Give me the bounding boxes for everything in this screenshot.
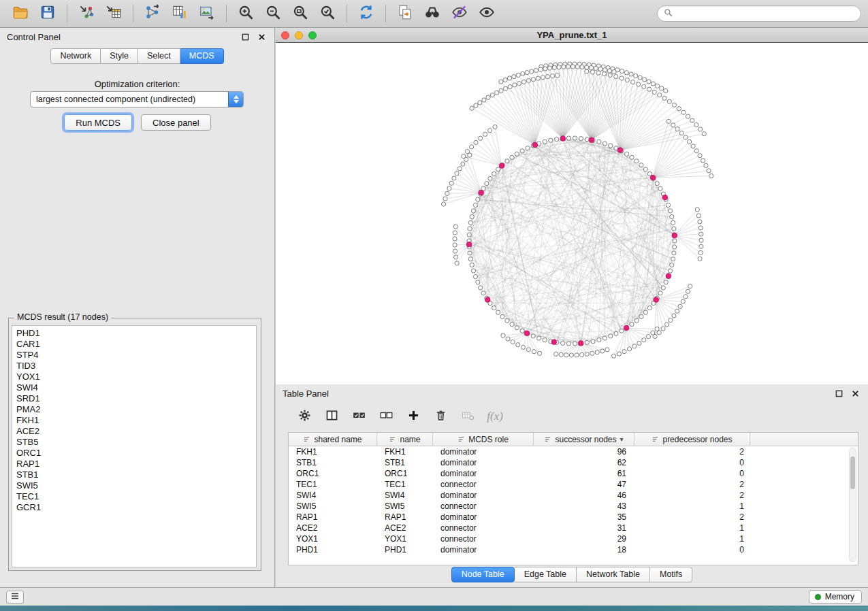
column-header-filler: [750, 433, 858, 446]
mcds-result-item[interactable]: STB1: [12, 469, 256, 480]
column-header-predecessor-nodes[interactable]: predecessor nodes: [634, 433, 750, 446]
float-button[interactable]: [833, 387, 845, 399]
import-table-button[interactable]: [100, 2, 127, 25]
optimization-criterion-label: Optimization criterion:: [0, 79, 274, 89]
node-table-header: shared name name MCDS role successor nod…: [289, 433, 858, 446]
minimize-window-icon[interactable]: [295, 31, 303, 39]
cell-succ: 61: [534, 468, 634, 479]
mcds-result-item[interactable]: PMA2: [12, 404, 256, 415]
table-row[interactable]: SWI4SWI4dominator462: [289, 490, 858, 501]
mcds-result-item[interactable]: ORC1: [12, 448, 256, 459]
scrollbar-thumb[interactable]: [850, 457, 855, 489]
first-neighbors-button[interactable]: [419, 2, 446, 25]
gear-icon: [298, 408, 312, 425]
mcds-result-list[interactable]: PHD1CAR1STP4TID3YOX1SWI4SRD1PMA2FKH1ACE2…: [12, 325, 257, 567]
network-window-titlebar[interactable]: YPA_prune.txt_1: [276, 28, 868, 43]
table-row[interactable]: TEC1TEC1connector472: [289, 479, 858, 490]
hide-selected-button[interactable]: [446, 2, 473, 25]
folder-icon: [12, 3, 29, 24]
zoom-in-button[interactable]: [232, 2, 259, 25]
mcds-result-item[interactable]: FKH1: [12, 415, 256, 426]
tab-select[interactable]: Select: [138, 48, 180, 64]
tab-edge-table[interactable]: Edge Table: [515, 567, 577, 582]
show-all-button[interactable]: [473, 2, 500, 25]
save-button[interactable]: [34, 2, 61, 25]
network-canvas[interactable]: [276, 43, 868, 384]
mcds-result-item[interactable]: RAP1: [12, 459, 256, 469]
table-panel-title: Table Panel: [283, 389, 329, 399]
close-icon[interactable]: [255, 31, 268, 43]
zoom-fit-button[interactable]: [287, 2, 314, 25]
cell-succ: 47: [534, 479, 634, 490]
tab-node-table[interactable]: Node Table: [451, 567, 515, 582]
network-share-button[interactable]: [139, 2, 166, 25]
cell-role: dominator: [433, 446, 534, 457]
table-panel: Table Panel: [276, 384, 868, 587]
mcds-result-item[interactable]: STB5: [12, 437, 256, 448]
tab-mcds[interactable]: MCDS: [180, 48, 224, 64]
mcds-result-item[interactable]: CAR1: [12, 339, 256, 350]
tab-motifs[interactable]: Motifs: [650, 567, 692, 582]
tab-style[interactable]: Style: [101, 48, 138, 64]
table-row[interactable]: SWI5SWI5connector431: [289, 501, 858, 512]
table-row[interactable]: FKH1FKH1dominator962: [289, 446, 858, 457]
table-row[interactable]: YOX1YOX1connector291: [289, 533, 858, 544]
status-menu-button[interactable]: [6, 591, 24, 604]
refresh-button[interactable]: [353, 2, 380, 25]
table-row[interactable]: ORC1ORC1dominator610: [289, 468, 858, 479]
open-file-button[interactable]: [7, 2, 34, 25]
column-header-successor-nodes[interactable]: successor nodes ▾: [534, 433, 634, 446]
mcds-result-item[interactable]: SRD1: [12, 393, 256, 404]
mcds-result-item[interactable]: ACE2: [12, 426, 256, 437]
control-panel-title: Control Panel: [7, 32, 61, 42]
delete-table-button: [455, 406, 480, 427]
table-row[interactable]: RAP1RAP1dominator352: [289, 512, 858, 523]
close-icon[interactable]: [849, 387, 861, 399]
cell-succ: 43: [534, 501, 634, 512]
table-scrollbar[interactable]: [849, 448, 856, 562]
select-all-columns-button[interactable]: [347, 406, 371, 427]
search-field: [657, 5, 861, 22]
tab-network[interactable]: Network: [50, 48, 101, 64]
cell-shared_name: YOX1: [289, 533, 377, 544]
new-network-table-button[interactable]: [166, 2, 193, 25]
create-column-button[interactable]: [401, 406, 425, 427]
maximize-window-icon[interactable]: [308, 31, 317, 39]
mcds-result-item[interactable]: TEC1: [12, 491, 256, 502]
table-row[interactable]: ACE2ACE2connector311: [289, 523, 858, 533]
export-image-button[interactable]: [193, 2, 221, 25]
mcds-result-item[interactable]: PHD1: [12, 328, 256, 339]
delete-columns-button[interactable]: [428, 406, 453, 427]
run-mcds-button[interactable]: Run MCDS: [64, 114, 132, 131]
clone-network-button[interactable]: [391, 2, 419, 25]
import-network-button[interactable]: [73, 2, 100, 25]
unselect-all-columns-button[interactable]: [374, 406, 398, 427]
column-header-mcds-role[interactable]: MCDS role: [433, 433, 534, 446]
criterion-select[interactable]: largest connected component (undirected): [30, 91, 244, 108]
search-input[interactable]: [677, 8, 854, 19]
table-settings-button[interactable]: [292, 406, 317, 427]
column-header-name[interactable]: name: [377, 433, 433, 446]
float-button[interactable]: [239, 31, 251, 43]
network-graph[interactable]: [276, 43, 868, 384]
memory-button[interactable]: Memory: [809, 590, 862, 604]
mcds-result-item[interactable]: GCR1: [12, 502, 256, 513]
close-panel-button[interactable]: Close panel: [141, 114, 211, 131]
mcds-result-item[interactable]: TID3: [12, 361, 256, 371]
memory-status-icon: [815, 594, 821, 600]
column-header-shared-name[interactable]: shared name: [289, 433, 377, 446]
mcds-result-item[interactable]: SWI4: [12, 382, 256, 393]
cell-shared_name: FKH1: [289, 446, 377, 457]
mcds-result-item[interactable]: STP4: [12, 350, 256, 361]
mcds-result-item[interactable]: YOX1: [12, 371, 256, 382]
cell-name: PHD1: [377, 544, 433, 555]
close-window-icon[interactable]: [281, 31, 289, 39]
mcds-result-item[interactable]: SWI5: [12, 480, 256, 491]
cell-pred: 1: [634, 501, 750, 512]
table-row[interactable]: STB1STB1dominator620: [289, 457, 858, 468]
tab-network-table[interactable]: Network Table: [577, 567, 650, 582]
table-row[interactable]: PHD1PHD1dominator180: [289, 544, 858, 555]
zoom-selected-button[interactable]: [314, 2, 341, 25]
show-columns-button[interactable]: [319, 406, 344, 427]
zoom-out-button[interactable]: [259, 2, 287, 25]
